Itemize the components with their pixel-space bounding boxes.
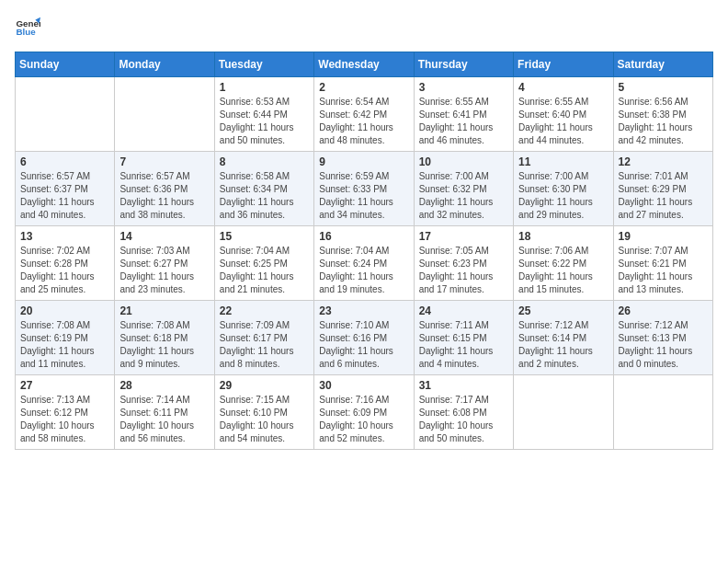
calendar-header-wednesday: Wednesday [314, 52, 414, 77]
calendar-week-5: 27Sunrise: 7:13 AM Sunset: 6:12 PM Dayli… [16, 375, 713, 450]
calendar-header-friday: Friday [514, 52, 613, 77]
day-number: 6 [20, 155, 109, 168]
day-number: 8 [220, 155, 309, 168]
day-number: 7 [119, 155, 209, 168]
day-info: Sunrise: 7:03 AM Sunset: 6:27 PM Dayligh… [119, 245, 209, 296]
calendar-week-1: 1Sunrise: 6:53 AM Sunset: 6:44 PM Daylig… [16, 77, 713, 152]
calendar-cell: 11Sunrise: 7:00 AM Sunset: 6:30 PM Dayli… [514, 152, 613, 226]
calendar-cell: 25Sunrise: 7:12 AM Sunset: 6:14 PM Dayli… [514, 301, 613, 375]
calendar-cell: 9Sunrise: 6:59 AM Sunset: 6:33 PM Daylig… [314, 152, 414, 226]
day-number: 1 [220, 81, 309, 94]
day-number: 15 [220, 230, 309, 243]
day-info: Sunrise: 7:15 AM Sunset: 6:10 PM Dayligh… [220, 394, 309, 445]
day-number: 28 [119, 379, 209, 392]
logo-icon: General Blue [15, 15, 40, 40]
calendar-header-tuesday: Tuesday [214, 52, 313, 77]
calendar-cell [115, 77, 214, 152]
day-number: 12 [619, 155, 708, 168]
day-info: Sunrise: 7:02 AM Sunset: 6:28 PM Dayligh… [20, 245, 109, 296]
day-info: Sunrise: 7:10 AM Sunset: 6:16 PM Dayligh… [319, 319, 408, 371]
calendar-cell: 30Sunrise: 7:16 AM Sunset: 6:09 PM Dayli… [314, 375, 414, 450]
day-info: Sunrise: 7:05 AM Sunset: 6:23 PM Dayligh… [419, 245, 508, 296]
day-info: Sunrise: 7:01 AM Sunset: 6:29 PM Dayligh… [619, 170, 708, 222]
calendar-header-row: SundayMondayTuesdayWednesdayThursdayFrid… [16, 52, 713, 77]
calendar-cell [514, 375, 613, 450]
day-number: 26 [619, 304, 708, 317]
day-number: 18 [518, 230, 608, 243]
calendar-cell: 4Sunrise: 6:55 AM Sunset: 6:40 PM Daylig… [514, 77, 613, 152]
calendar-cell: 6Sunrise: 6:57 AM Sunset: 6:37 PM Daylig… [16, 152, 115, 226]
day-number: 3 [419, 81, 508, 94]
calendar-week-4: 20Sunrise: 7:08 AM Sunset: 6:19 PM Dayli… [16, 301, 713, 375]
calendar-cell [613, 375, 712, 450]
day-number: 21 [119, 304, 209, 317]
day-info: Sunrise: 6:55 AM Sunset: 6:41 PM Dayligh… [419, 96, 508, 147]
calendar-cell: 5Sunrise: 6:56 AM Sunset: 6:38 PM Daylig… [613, 77, 712, 152]
calendar-cell: 3Sunrise: 6:55 AM Sunset: 6:41 PM Daylig… [414, 77, 513, 152]
calendar-cell: 21Sunrise: 7:08 AM Sunset: 6:18 PM Dayli… [115, 301, 214, 375]
day-info: Sunrise: 7:04 AM Sunset: 6:24 PM Dayligh… [319, 245, 408, 296]
logo: General Blue [15, 15, 44, 40]
day-number: 2 [319, 81, 408, 94]
calendar-week-2: 6Sunrise: 6:57 AM Sunset: 6:37 PM Daylig… [16, 152, 713, 226]
day-info: Sunrise: 7:16 AM Sunset: 6:09 PM Dayligh… [319, 394, 408, 445]
day-number: 23 [319, 304, 408, 317]
day-info: Sunrise: 6:59 AM Sunset: 6:33 PM Dayligh… [319, 170, 408, 222]
day-number: 19 [619, 230, 708, 243]
day-info: Sunrise: 7:08 AM Sunset: 6:18 PM Dayligh… [119, 319, 209, 371]
calendar-cell: 16Sunrise: 7:04 AM Sunset: 6:24 PM Dayli… [314, 226, 414, 301]
calendar-cell: 29Sunrise: 7:15 AM Sunset: 6:10 PM Dayli… [214, 375, 313, 450]
day-info: Sunrise: 7:08 AM Sunset: 6:19 PM Dayligh… [20, 319, 109, 371]
day-info: Sunrise: 7:00 AM Sunset: 6:32 PM Dayligh… [419, 170, 508, 222]
calendar-cell: 22Sunrise: 7:09 AM Sunset: 6:17 PM Dayli… [214, 301, 313, 375]
day-number: 30 [319, 379, 408, 392]
day-number: 17 [419, 230, 508, 243]
day-number: 14 [119, 230, 209, 243]
day-number: 20 [20, 304, 109, 317]
calendar-week-3: 13Sunrise: 7:02 AM Sunset: 6:28 PM Dayli… [16, 226, 713, 301]
svg-text:Blue: Blue [16, 27, 36, 37]
calendar-cell: 24Sunrise: 7:11 AM Sunset: 6:15 PM Dayli… [414, 301, 513, 375]
day-info: Sunrise: 6:57 AM Sunset: 6:37 PM Dayligh… [20, 170, 109, 222]
day-number: 16 [319, 230, 408, 243]
day-info: Sunrise: 7:12 AM Sunset: 6:13 PM Dayligh… [619, 319, 708, 371]
day-info: Sunrise: 6:54 AM Sunset: 6:42 PM Dayligh… [319, 96, 408, 147]
day-number: 9 [319, 155, 408, 168]
calendar-cell: 31Sunrise: 7:17 AM Sunset: 6:08 PM Dayli… [414, 375, 513, 450]
calendar-cell: 27Sunrise: 7:13 AM Sunset: 6:12 PM Dayli… [16, 375, 115, 450]
calendar-cell: 13Sunrise: 7:02 AM Sunset: 6:28 PM Dayli… [16, 226, 115, 301]
calendar-header-thursday: Thursday [414, 52, 513, 77]
calendar-header-sunday: Sunday [16, 52, 115, 77]
calendar-cell: 14Sunrise: 7:03 AM Sunset: 6:27 PM Dayli… [115, 226, 214, 301]
day-info: Sunrise: 7:11 AM Sunset: 6:15 PM Dayligh… [419, 319, 508, 371]
day-info: Sunrise: 6:53 AM Sunset: 6:44 PM Dayligh… [220, 96, 309, 147]
day-info: Sunrise: 7:04 AM Sunset: 6:25 PM Dayligh… [220, 245, 309, 296]
day-info: Sunrise: 7:13 AM Sunset: 6:12 PM Dayligh… [20, 394, 109, 445]
calendar-cell: 12Sunrise: 7:01 AM Sunset: 6:29 PM Dayli… [613, 152, 712, 226]
calendar-cell: 28Sunrise: 7:14 AM Sunset: 6:11 PM Dayli… [115, 375, 214, 450]
day-number: 10 [419, 155, 508, 168]
day-number: 27 [20, 379, 109, 392]
day-number: 31 [419, 379, 508, 392]
calendar-cell: 15Sunrise: 7:04 AM Sunset: 6:25 PM Dayli… [214, 226, 313, 301]
calendar-header-saturday: Saturday [613, 52, 712, 77]
day-info: Sunrise: 7:07 AM Sunset: 6:21 PM Dayligh… [619, 245, 708, 296]
day-info: Sunrise: 6:58 AM Sunset: 6:34 PM Dayligh… [220, 170, 309, 222]
day-number: 13 [20, 230, 109, 243]
day-info: Sunrise: 6:55 AM Sunset: 6:40 PM Dayligh… [518, 96, 608, 147]
day-number: 24 [419, 304, 508, 317]
calendar-cell: 19Sunrise: 7:07 AM Sunset: 6:21 PM Dayli… [613, 226, 712, 301]
calendar-cell: 1Sunrise: 6:53 AM Sunset: 6:44 PM Daylig… [214, 77, 313, 152]
page-header: General Blue [15, 15, 713, 40]
calendar-cell: 2Sunrise: 6:54 AM Sunset: 6:42 PM Daylig… [314, 77, 414, 152]
day-info: Sunrise: 7:00 AM Sunset: 6:30 PM Dayligh… [518, 170, 608, 222]
day-info: Sunrise: 7:09 AM Sunset: 6:17 PM Dayligh… [220, 319, 309, 371]
calendar-cell: 18Sunrise: 7:06 AM Sunset: 6:22 PM Dayli… [514, 226, 613, 301]
calendar-cell [16, 77, 115, 152]
calendar-cell: 8Sunrise: 6:58 AM Sunset: 6:34 PM Daylig… [214, 152, 313, 226]
calendar-header-monday: Monday [115, 52, 214, 77]
calendar-cell: 17Sunrise: 7:05 AM Sunset: 6:23 PM Dayli… [414, 226, 513, 301]
day-info: Sunrise: 6:57 AM Sunset: 6:36 PM Dayligh… [119, 170, 209, 222]
day-info: Sunrise: 7:17 AM Sunset: 6:08 PM Dayligh… [419, 394, 508, 445]
day-info: Sunrise: 7:14 AM Sunset: 6:11 PM Dayligh… [119, 394, 209, 445]
